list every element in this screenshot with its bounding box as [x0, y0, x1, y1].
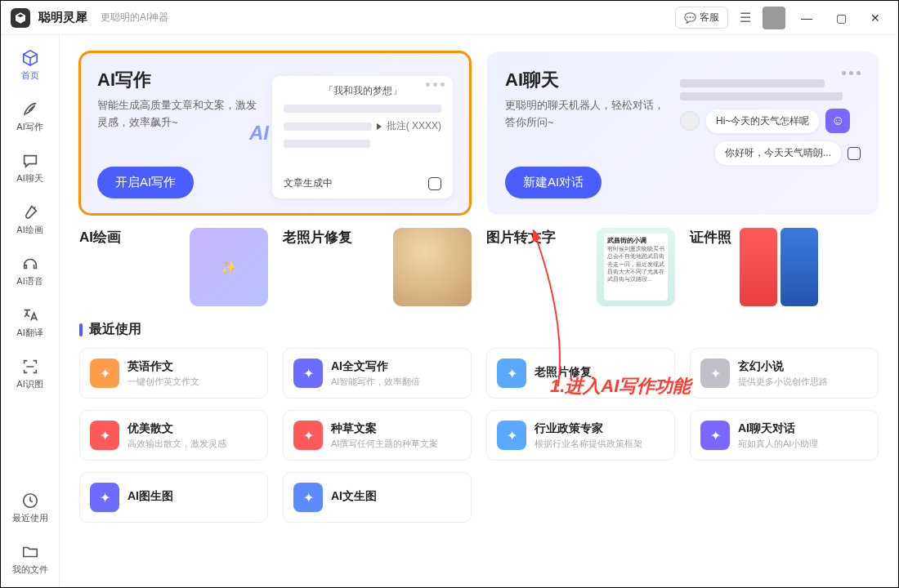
translate-icon [20, 305, 40, 325]
recent-item[interactable]: ✦ AI文生图 [283, 472, 472, 523]
maximize-button[interactable]: ▢ [828, 11, 854, 24]
recent-item[interactable]: ✦ 种草文案 AI撰写任何主题的种草文案 [283, 410, 472, 461]
preview-status: 文章生成中 [284, 176, 333, 190]
avatar[interactable] [763, 7, 785, 29]
minimize-button[interactable]: — [794, 11, 820, 24]
recent-item-icon: ✦ [700, 421, 730, 450]
recent-item[interactable]: ✦ AI全文写作 AI智能写作，效率翻倍 [283, 348, 472, 399]
sidebar-item-translate[interactable]: AI翻译 [1, 302, 59, 342]
recent-item-icon: ✦ [90, 421, 119, 450]
preview-doc-title: 「我和我的梦想」 [284, 84, 441, 98]
tile-title: AI绘画 [79, 228, 121, 247]
sidebar-item-recent[interactable]: 最近使用 [1, 488, 59, 528]
scan-icon [20, 357, 40, 376]
preview-status-row: 文章生成中 [284, 176, 441, 190]
clock-icon [20, 491, 40, 510]
recent-item-title: 种草文案 [331, 421, 438, 436]
recent-item[interactable]: ✦ 优美散文 高效输出散文，激发灵感 [79, 410, 268, 461]
recent-item[interactable]: ✦ 行业政策专家 根据行业名称提供政策框架 [486, 410, 675, 461]
app-subtitle: 更聪明的AI神器 [101, 11, 168, 24]
ai-badge: AI [249, 122, 269, 145]
menu-icon[interactable]: ☰ [736, 9, 754, 27]
doc-body: 有时候到重庆晓晓买书总会不自觉地跑武昌街去走一回，最近发现武昌街大大不同了尤其在… [607, 245, 664, 282]
tile-id-photo[interactable]: 证件照 [690, 228, 879, 306]
new-chat-button[interactable]: 新建AI对话 [505, 167, 602, 198]
recent-item[interactable]: ✦ AI图生图 [79, 472, 268, 523]
recent-item-icon: ✦ [497, 421, 526, 450]
sidebar-item-label: AI写作 [16, 121, 42, 133]
hero-desc: 智能生成高质量文章和文案，激发灵感，效率飙升~ [97, 97, 261, 131]
sidebar: 首页 AI写作 AI聊天 AI绘画 AI语音 AI翻译 AI识图 最 [1, 35, 60, 588]
sidebar-item-files[interactable]: 我的文件 [1, 539, 59, 579]
hero-title: AI写作 [97, 68, 261, 92]
tile-thumb: ✨ [190, 228, 268, 306]
recent-item-title: AI文生图 [331, 489, 377, 504]
support-label: 客服 [700, 11, 719, 24]
sidebar-item-home[interactable]: 首页 [1, 45, 59, 85]
recent-item-desc: 根据行业名称提供政策框架 [534, 438, 642, 450]
sidebar-item-writing[interactable]: AI写作 [1, 96, 59, 136]
window-dots-icon [426, 82, 445, 87]
app-logo [11, 8, 30, 28]
recent-item[interactable]: ✦ AI聊天对话 宛如真人的AI小助理 [690, 410, 879, 461]
recent-item-title: 行业政策专家 [534, 421, 642, 436]
hero-ai-writing[interactable]: AI写作 智能生成高质量文章和文案，激发灵感，效率飙升~ 开启AI写作 AI 「… [79, 51, 471, 215]
hexagon-icon [848, 147, 861, 160]
start-writing-button[interactable]: 开启AI写作 [97, 167, 194, 198]
recent-item-icon: ✦ [90, 359, 119, 388]
preview-note: 批注( XXXX) [387, 119, 441, 133]
robot-icon: ☺ [825, 109, 850, 133]
tile-thumb: 武昌街的小调 有时候到重庆晓晓买书总会不自觉地跑武昌街去走一回，最近发现武昌街大… [597, 228, 675, 306]
recent-item-icon: ✦ [497, 359, 526, 388]
sidebar-item-label: 最近使用 [12, 512, 48, 524]
recent-item-desc: 高效输出散文，激发灵感 [127, 438, 226, 450]
hero-ai-chat[interactable]: AI聊天 更聪明的聊天机器人，轻松对话，答你所问~ 新建AI对话 Hi~今天的天… [487, 51, 879, 215]
recent-item-title: 玄幻小说 [738, 359, 828, 374]
feather-icon [20, 100, 40, 119]
recent-item[interactable]: ✦ 玄幻小说 提供更多小说创作思路 [690, 348, 879, 399]
sidebar-item-vision[interactable]: AI识图 [1, 354, 59, 394]
recent-item-desc: 提供更多小说创作思路 [738, 376, 828, 388]
recent-item[interactable]: ✦ 老照片修复 [486, 348, 675, 399]
cube-icon [20, 48, 40, 68]
recent-item-title: AI全文写作 [331, 359, 420, 374]
window-dots-icon [842, 71, 861, 75]
headphone-icon [20, 254, 40, 274]
recent-item-icon: ✦ [90, 483, 119, 512]
tile-title: 图片转文字 [486, 228, 556, 247]
hero-desc: 更聪明的聊天机器人，轻松对话，答你所问~ [505, 97, 669, 131]
sidebar-item-voice[interactable]: AI语音 [1, 251, 59, 291]
tile-title: 老照片修复 [283, 228, 352, 247]
play-icon [377, 123, 382, 130]
chat-bubble: 你好呀，今天天气晴朗... [715, 141, 841, 165]
recent-item-icon: ✦ [293, 421, 323, 450]
sidebar-item-label: AI绘画 [16, 224, 42, 236]
tile-ocr[interactable]: 图片转文字 武昌街的小调 有时候到重庆晓晓买书总会不自觉地跑武昌街去走一回，最近… [486, 228, 675, 306]
doc-title: 武昌街的小调 [607, 237, 664, 245]
recent-item-desc: 一键创作英文作文 [127, 376, 199, 388]
recent-item-icon: ✦ [293, 483, 323, 512]
sidebar-item-chat[interactable]: AI聊天 [1, 148, 59, 188]
chat-bubble: Hi~今天的天气怎样呢 [706, 109, 819, 133]
recent-item[interactable]: ✦ 英语作文 一键创作英文作文 [79, 348, 268, 399]
sidebar-item-paint[interactable]: AI绘画 [1, 199, 59, 239]
app-name: 聪明灵犀 [38, 10, 87, 25]
chat-icon: 💬 [684, 12, 696, 24]
folder-icon [20, 542, 40, 562]
sidebar-item-label: 我的文件 [12, 564, 48, 576]
hexagon-icon [428, 177, 441, 190]
sidebar-item-label: AI识图 [16, 378, 42, 390]
tile-thumb [740, 228, 818, 306]
tile-ai-paint[interactable]: AI绘画 ✨ [79, 228, 268, 306]
recent-item-title: 优美散文 [127, 421, 226, 436]
close-button[interactable]: ✕ [862, 11, 888, 24]
recent-item-desc: AI智能写作，效率翻倍 [331, 376, 420, 388]
support-button[interactable]: 💬 客服 [675, 7, 728, 29]
hero-title: AI聊天 [505, 68, 669, 92]
tile-photo-restore[interactable]: 老照片修复 [283, 228, 472, 306]
recent-item-desc: AI撰写任何主题的种草文案 [331, 438, 438, 450]
tile-title: 证件照 [690, 228, 731, 247]
sidebar-item-label: AI翻译 [16, 327, 42, 339]
recent-item-title: 老照片修复 [534, 365, 592, 380]
section-title: 最近使用 [89, 321, 141, 338]
